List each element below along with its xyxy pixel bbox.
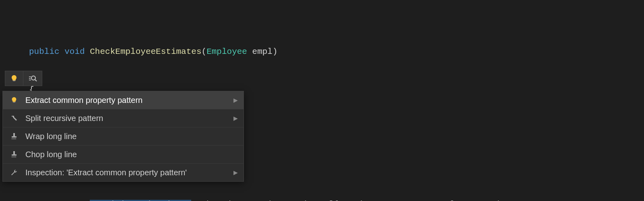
svg-rect-15 [12,154,17,156]
menu-split-recursive-pattern[interactable]: Split recursive pattern ▶ [3,109,244,127]
quick-actions-menu[interactable]: Extract common property pattern ▶ Split … [2,91,244,182]
hammer-icon [8,113,20,123]
menu-extract-common-pattern[interactable]: Extract common property pattern ▶ [3,91,244,109]
quick-action-toolbar[interactable] [5,71,42,86]
code-line-5: ParticipatedProjects.SubProject.Estimate… [29,198,644,201]
brush-icon [8,150,20,159]
chevron-right-icon: ▶ [233,97,238,103]
svg-point-4 [31,76,35,80]
search-action-icon [28,74,37,82]
svg-rect-9 [12,136,17,137]
wrench-icon [8,168,20,177]
menu-label: Split recursive pattern [25,114,229,123]
menu-label: Inspection: 'Extract common property pat… [25,168,229,177]
svg-rect-7 [13,117,17,121]
menu-inspection-extract[interactable]: Inspection: 'Extract common property pat… [3,164,244,181]
menu-label: Wrap long line [25,132,238,141]
menu-chop-long-line[interactable]: Chop long line [3,146,244,164]
menu-label: Extract common property pattern [25,96,229,105]
menu-label: Chop long line [25,150,238,159]
code-line-1: public void CheckEmployeeEstimates(Emplo… [29,45,644,58]
lightbulb-button[interactable] [5,71,23,86]
chevron-right-icon: ▶ [233,115,238,121]
svg-rect-14 [13,151,15,155]
chevron-right-icon: ▶ [233,169,238,176]
svg-rect-6 [13,102,15,103]
menu-wrap-long-line[interactable]: Wrap long line [3,127,244,146]
search-action-button[interactable] [23,71,42,86]
lightbulb-icon [8,95,20,105]
svg-rect-8 [13,133,15,137]
brush-icon [8,131,20,141]
svg-line-5 [35,80,37,81]
svg-rect-0 [13,80,15,81]
lightbulb-icon [10,74,18,82]
